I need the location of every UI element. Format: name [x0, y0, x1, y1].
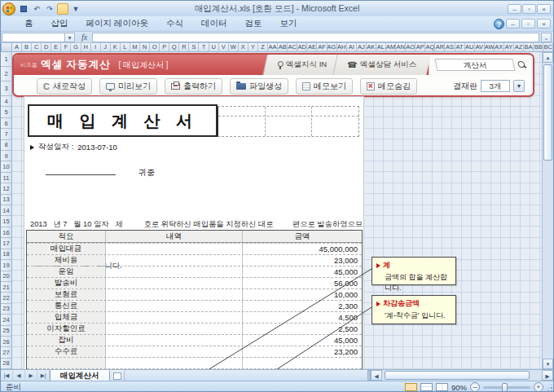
hide-memo-button[interactable]: 메모숨김	[360, 78, 417, 95]
column-header[interactable]: Q	[169, 43, 179, 52]
first-sheet-icon[interactable]: |◀	[1, 370, 13, 381]
cell-amount[interactable]: 45,000	[242, 266, 362, 277]
column-header[interactable]: S	[189, 43, 199, 52]
column-header[interactable]: N	[140, 43, 150, 52]
approval-dropdown-icon[interactable]: ▼	[513, 80, 525, 92]
cell-detail[interactable]	[105, 278, 242, 288]
cell-label[interactable]: 보험료	[27, 289, 105, 300]
ribbon-tab[interactable]: 수식	[157, 16, 192, 31]
cell-detail[interactable]	[105, 301, 242, 311]
column-header[interactable]: AQ	[425, 43, 435, 52]
scroll-down-icon[interactable]: ▼	[543, 359, 553, 369]
tab-excel-knowledge[interactable]: 엑셀지식 IN	[263, 55, 341, 75]
row-header[interactable]: 3	[1, 81, 12, 96]
workbook-close-button[interactable]: ×	[537, 19, 551, 29]
column-header[interactable]: AL	[376, 43, 386, 52]
row-header[interactable]: 21	[1, 282, 12, 293]
column-header[interactable]: AY	[504, 43, 514, 52]
row-header[interactable]: 27	[1, 347, 12, 358]
vertical-scroll-thumb[interactable]	[543, 64, 552, 161]
row-header[interactable]: 16	[1, 227, 12, 238]
column-header[interactable]: AR	[435, 43, 445, 52]
qat-dropdown-icon[interactable]: ▼	[70, 3, 81, 15]
row-header[interactable]: 7	[1, 129, 12, 139]
recipient-line[interactable]: 귀중	[46, 167, 155, 178]
next-sheet-icon[interactable]: ▶	[25, 370, 37, 381]
row-header[interactable]: 10	[1, 161, 12, 172]
column-header[interactable]: AP	[416, 43, 425, 52]
column-header[interactable]: AT	[455, 43, 465, 52]
column-header[interactable]: AF	[317, 43, 327, 52]
row-header[interactable]: 8	[1, 140, 12, 151]
workbook-restore-button[interactable]: ▫	[521, 19, 535, 29]
column-header[interactable]: AB	[278, 43, 288, 52]
column-header[interactable]: F	[61, 43, 71, 52]
cell-label[interactable]	[27, 358, 105, 368]
cell-amount[interactable]: 45,000	[242, 335, 362, 346]
show-memo-button[interactable]: 메모보기	[296, 78, 353, 95]
create-file-button[interactable]: 파일생성	[230, 78, 288, 95]
row-header[interactable]: 2	[1, 67, 12, 81]
cell-label[interactable]: 매입대금	[27, 244, 105, 254]
column-header[interactable]: I	[91, 43, 101, 52]
prev-sheet-icon[interactable]: ◀	[13, 370, 25, 381]
row-header[interactable]: 1	[1, 52, 12, 67]
cell-label[interactable]: 입체금	[27, 312, 105, 323]
close-button[interactable]: ×	[537, 4, 551, 14]
column-header[interactable]: H	[81, 43, 91, 52]
row-header[interactable]: 4	[1, 96, 12, 107]
workbook-minimize-button[interactable]: –	[506, 19, 520, 29]
scroll-up-icon[interactable]: ▲	[543, 52, 553, 63]
horizontal-scroll-track[interactable]	[382, 370, 542, 381]
zoom-slider[interactable]	[483, 386, 530, 389]
column-header[interactable]: D	[42, 43, 51, 52]
column-header[interactable]: AJ	[357, 43, 367, 52]
ribbon-tab[interactable]: 데이터	[192, 16, 236, 31]
row-header[interactable]: 25	[1, 326, 12, 337]
minimize-button[interactable]: –	[508, 4, 521, 14]
row-header[interactable]: 14	[1, 205, 12, 216]
column-header[interactable]: AA	[268, 43, 278, 52]
cell-detail[interactable]	[105, 244, 242, 254]
cell-detail[interactable]	[105, 324, 242, 334]
cell-detail[interactable]	[105, 358, 242, 368]
print-preview-icon[interactable]	[57, 3, 68, 15]
row-header[interactable]: 22	[1, 293, 12, 303]
cell-detail[interactable]	[105, 312, 242, 323]
column-header[interactable]: AS	[445, 43, 455, 52]
header-cell[interactable]: 내역	[105, 231, 242, 242]
column-header[interactable]: Z	[258, 43, 268, 52]
normal-view-icon[interactable]	[405, 383, 417, 391]
page-break-view-icon[interactable]	[436, 383, 448, 391]
cell-label[interactable]: 제비용	[27, 255, 105, 266]
hscroll-right-icon[interactable]: ▶	[542, 370, 553, 381]
cell-detail[interactable]	[105, 255, 242, 266]
row-header[interactable]: 19	[1, 260, 12, 271]
column-header[interactable]: BC	[543, 43, 553, 52]
column-header[interactable]: M	[130, 43, 140, 52]
row-header[interactable]: 23	[1, 304, 12, 315]
column-header[interactable]: U	[209, 43, 219, 52]
column-header[interactable]: B	[22, 43, 32, 52]
zoom-level[interactable]: 90%	[451, 383, 467, 392]
row-header[interactable]: 5	[1, 107, 12, 117]
row-header[interactable]: 17	[1, 238, 12, 249]
row-header[interactable]: 15	[1, 216, 12, 227]
column-header[interactable]: AG	[328, 43, 337, 52]
name-box[interactable]	[2, 33, 65, 42]
last-sheet-icon[interactable]: ▶|	[37, 370, 50, 381]
cell-label[interactable]: 발송비	[27, 278, 105, 288]
formula-bar-expand-icon[interactable]: ⌄	[541, 33, 552, 42]
cell-amount[interactable]: 2,500	[242, 324, 362, 334]
column-header[interactable]: AC	[288, 43, 297, 52]
cell-amount[interactable]: 4,500	[242, 312, 362, 323]
hscroll-left-icon[interactable]: ◀	[371, 370, 382, 381]
column-header[interactable]: O	[150, 43, 160, 52]
row-header[interactable]: 6	[1, 118, 12, 129]
column-header[interactable]: AX	[495, 43, 504, 52]
row-header[interactable]: 26	[1, 337, 12, 347]
column-header[interactable]: AW	[485, 43, 495, 52]
page-layout-view-icon[interactable]	[420, 383, 433, 391]
column-header[interactable]: C	[32, 43, 42, 52]
column-header[interactable]: AK	[367, 43, 376, 52]
